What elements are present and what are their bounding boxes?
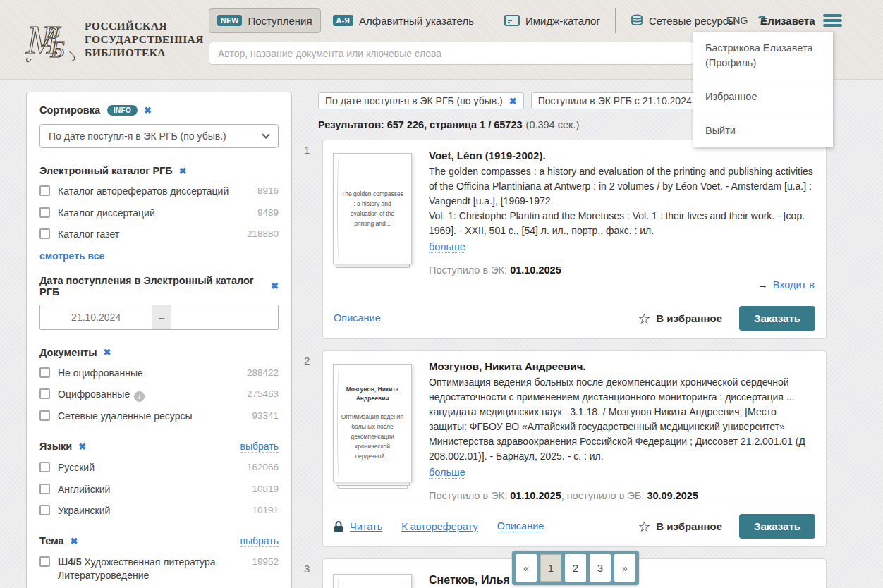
description-link[interactable]: Описание [334,312,381,324]
choose-topics-link[interactable]: выбрать [240,535,279,547]
menu-item-logout[interactable]: Выйти [693,114,833,147]
checkbox[interactable] [39,556,50,567]
filters-sidebar: Сортировка INFO ✖ По дате поступл-я в ЭК… [26,92,292,588]
result-author: Voet, Léon (1919-2002). [429,149,816,161]
checkbox[interactable] [39,367,50,378]
clear-languages-icon[interactable]: ✖ [78,441,86,452]
topics-section-title: Тема [39,535,64,546]
menu-item-profile[interactable]: Бастрикова Елизавета (Профиль) [693,32,833,80]
checkbox[interactable] [39,388,50,399]
lock-icon [334,521,343,532]
add-to-favorites-button[interactable]: ☆ В избранное [638,518,722,535]
new-badge: NEW [217,15,242,26]
tab-new-arrivals-label: Поступления [248,15,312,27]
book-cover[interactable]: Мозгунов, Никита Андреевич Оптимизация в… [333,364,412,482]
library-name: РОССИЙСКАЯ ГОСУДАРСТВЕННАЯ БИБЛИОТЕКА [85,19,204,59]
result-item-1: 1 The golden compasses : a history and e… [304,140,827,339]
clear-sort-icon[interactable]: ✖ [144,105,152,116]
more-link[interactable]: больше [429,241,465,253]
page-edge [338,486,408,489]
sort-section-header: Сортировка INFO ✖ [39,104,279,116]
sort-select[interactable]: По дате поступл-я в ЭК РГБ (по убыв.) [39,124,279,148]
rsl-logo[interactable]: М Р Б РОССИЙСКАЯ ГОСУДАРСТВЕННАЯ БИБЛИОТ… [24,8,204,69]
filter-row: Ш4/5Художественная литература. Литератур… [39,556,279,583]
top-nav: NEW Поступления А-Я Алфавитный указатель… [209,6,766,35]
search-input[interactable] [209,42,694,65]
catalog-section-title: Электронный каталог РГБ [39,165,173,176]
filter-chip: По дате поступл-я в ЭК РГБ (по убыв.) ✖ [318,92,524,109]
result-description: The golden compasses : a history and eva… [429,164,816,209]
sort-title: Сортировка [39,104,100,116]
result-actions: Описание ☆ В избранное Заказать [323,298,826,338]
checkbox[interactable] [39,505,50,515]
pagination: « 1 2 3 » [512,551,639,585]
checkbox[interactable] [39,462,50,472]
info-icon[interactable]: i [134,391,145,402]
checkbox[interactable] [39,484,50,494]
more-link[interactable]: больше [429,467,465,479]
checkbox[interactable] [39,410,50,421]
pagination-page-3[interactable]: 3 [590,554,611,582]
result-actions: Читать К автореферату Описание ☆ В избра… [323,506,826,546]
see-all-link[interactable]: смотреть все [39,250,104,262]
result-number: 2 [304,350,322,547]
page-edge [336,264,410,268]
card-catalog-icon [504,15,520,26]
filter-row: Каталог диссертаций 9489 [39,207,279,221]
filter-row: Каталог авторефератов диссертаций 8916 [39,185,279,199]
pagination-page-1[interactable]: 1 [540,554,561,582]
remove-chip-icon[interactable]: ✖ [509,96,517,106]
clear-catalog-icon[interactable]: ✖ [179,166,187,176]
tab-image-catalog[interactable]: Имидж-каталог [497,9,608,32]
read-link[interactable]: Читать [350,521,382,532]
description-link[interactable]: Описание [497,520,544,532]
belongs-to-link[interactable]: Входит в [773,279,815,290]
result-number: 1 [304,140,322,339]
languages-section-title: Языки [39,441,72,452]
filter-row: Английский 10819 [39,483,279,497]
book-cover[interactable]: Снетков, Илья Львович [333,574,412,588]
abstract-link[interactable]: К автореферату [401,521,477,532]
divider [615,8,616,33]
language-switch[interactable]: ENG [726,15,748,26]
checkbox[interactable] [39,228,50,239]
choose-languages-link[interactable]: выбрать [240,441,279,453]
filter-row: Не оцифрованные 288422 [39,367,279,381]
book-cover[interactable]: The golden compasses : a history and eva… [333,153,412,264]
result-author: Мозгунов, Никита Андреевич. [429,360,816,372]
filter-row: Оцифрованныеi 275463 [39,388,279,402]
result-item-2: 2 Мозгунов, Никита Андреевич Оптимизация… [304,350,827,547]
result-description: Оптимизация ведения больных после декомп… [429,375,816,464]
filter-row: Каталог газет 218880 [39,228,279,242]
clear-topics-icon[interactable]: ✖ [71,536,78,546]
hamburger-menu-icon[interactable] [823,14,842,27]
pagination-next-button[interactable]: » [614,554,635,582]
date-from-input[interactable] [40,305,152,329]
date-section-title: Дата поступления в Электронный каталог Р… [39,275,264,298]
result-description: Vol. 1: Christophe Plantin and the Moret… [429,209,816,238]
posted-date: Поступило в ЭК: 01.10.2025, поступило в … [429,490,816,501]
menu-item-favorites[interactable]: Избранное [693,80,833,114]
checkbox[interactable] [39,207,50,218]
pagination-prev-button[interactable]: « [516,554,537,582]
tab-network-resources[interactable]: Сетевые ресурсы [623,8,743,32]
clear-date-icon[interactable]: ✖ [271,281,279,291]
filter-row: Сетевые удаленные ресурсы 93341 [39,410,279,424]
results-area: По дате поступл-я в ЭК РГБ (по убыв.) ✖ … [304,92,827,588]
date-to-input[interactable] [171,305,278,329]
tab-alphabetical-index[interactable]: А-Я Алфавитный указатель [325,9,482,32]
clear-documents-icon[interactable]: ✖ [104,347,111,357]
chevron-down-icon [262,130,269,138]
date-range: – [39,305,279,330]
order-button[interactable]: Заказать [739,306,815,331]
user-dropdown-menu: Бастрикова Елизавета (Профиль) Избранное… [693,32,833,147]
user-name[interactable]: Елизавета [760,15,815,27]
add-to-favorites-button[interactable]: ☆ В избранное [638,310,722,327]
tab-network-resources-label: Сетевые ресурсы [649,15,736,27]
pagination-page-2[interactable]: 2 [565,554,586,582]
checkbox[interactable] [39,185,50,196]
date-separator: – [152,305,171,329]
order-button[interactable]: Заказать [739,514,815,539]
tab-image-catalog-label: Имидж-каталог [525,15,600,27]
tab-new-arrivals[interactable]: NEW Поступления [209,8,321,33]
